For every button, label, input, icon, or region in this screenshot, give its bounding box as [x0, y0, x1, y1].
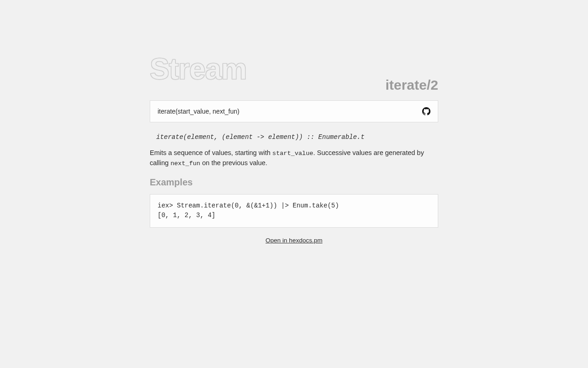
open-hexdocs-link[interactable]: Open in hexdocs.pm — [150, 237, 438, 244]
desc-code-2: next_fun — [170, 160, 200, 167]
example-code-block: iex> Stream.iterate(0, &(&1+1)) |> Enum.… — [150, 194, 438, 228]
desc-code-1: start_value — [272, 150, 313, 157]
description: Emits a sequence of values, starting wit… — [150, 148, 438, 169]
signature-text: iterate(start_value, next_fun) — [158, 108, 239, 115]
header: Stream iterate/2 — [150, 41, 438, 95]
desc-part-1: Emits a sequence of values, starting wit… — [150, 149, 272, 156]
examples-heading: Examples — [150, 177, 438, 188]
github-icon[interactable] — [422, 107, 430, 115]
signature-box: iterate(start_value, next_fun) — [150, 100, 438, 122]
module-title: Stream — [150, 54, 247, 84]
desc-part-3: on the previous value. — [200, 159, 267, 167]
doc-container: Stream iterate/2 iterate(start_value, ne… — [150, 0, 438, 244]
function-heading: iterate/2 — [385, 78, 438, 92]
typespec: iterate(element, (element -> element)) :… — [150, 133, 438, 141]
